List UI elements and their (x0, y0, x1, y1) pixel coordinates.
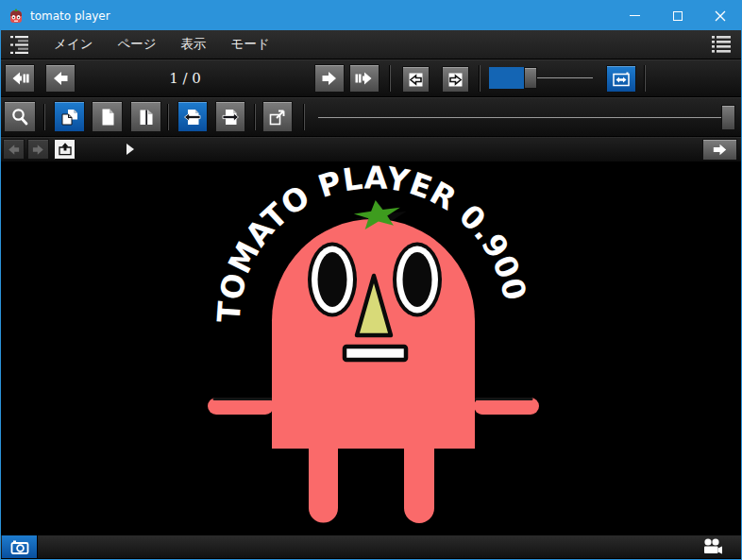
zoom-tool-button[interactable] (4, 101, 36, 132)
close-icon (715, 10, 726, 22)
menubar: メイン ページ 表示 モード (1, 30, 741, 59)
single-page-view-button[interactable] (92, 101, 123, 132)
folder-up-icon (58, 142, 73, 157)
viewer-canvas[interactable]: TOMATO PLAYER 0.900 (1, 162, 741, 535)
tomato-eye-left (308, 243, 357, 317)
separator (44, 104, 45, 130)
toolbar-navigation: 1 / 0 (1, 59, 741, 97)
skip-backward-button[interactable] (5, 64, 35, 93)
separator (480, 65, 481, 92)
jump-forward-button[interactable] (442, 66, 469, 93)
tomato-eye-right (393, 243, 442, 317)
fit-width-icon (612, 70, 631, 89)
prev-page-button[interactable] (45, 64, 76, 93)
page-arrow-right-icon (220, 107, 241, 127)
tomato-character: TOMATO PLAYER 0.900 (1, 162, 741, 535)
bullet-list-icon[interactable] (711, 35, 732, 54)
skip-backward-icon (10, 69, 29, 88)
next-file-icon (712, 143, 728, 157)
page-arrow-left-icon (182, 107, 203, 127)
zoom-slider-fill (489, 67, 524, 89)
separator (168, 104, 169, 130)
app-window: tomato player メイン ページ 表示 モード (0, 0, 742, 560)
history-back-icon (7, 143, 21, 157)
seek-slider-handle[interactable] (721, 105, 735, 130)
minimize-icon (630, 15, 640, 16)
two-page-view-button[interactable] (54, 101, 85, 132)
toolbar-file (1, 137, 741, 162)
next-file-button[interactable] (702, 139, 737, 161)
outline-menu-icon[interactable] (9, 34, 32, 55)
book-view-icon (136, 107, 157, 127)
arrow-right-icon (320, 69, 339, 88)
minimize-button[interactable] (614, 1, 656, 30)
zoom-slider-track[interactable] (537, 77, 593, 78)
zoom-slider-handle[interactable] (524, 67, 537, 89)
screenshot-button[interactable] (2, 535, 38, 558)
parent-folder-button[interactable] (54, 139, 76, 160)
expander-triangle[interactable] (126, 144, 134, 155)
separator (255, 104, 256, 130)
tomato-mouth (345, 347, 406, 360)
camera-icon (10, 537, 29, 556)
window-title: tomato player (30, 9, 110, 23)
resize-window-button[interactable] (262, 101, 293, 132)
maximize-icon (673, 11, 683, 21)
maximize-button[interactable] (656, 1, 699, 30)
skip-forward-button[interactable] (349, 64, 379, 93)
fit-width-button[interactable] (606, 65, 636, 93)
seek-slider-track[interactable] (318, 117, 724, 118)
next-page-button[interactable] (314, 64, 345, 93)
two-page-icon (59, 107, 80, 127)
menu-main[interactable]: メイン (42, 30, 105, 59)
direction-right-button[interactable] (215, 101, 245, 132)
arrow-left-icon (51, 69, 70, 88)
magnifier-icon (9, 107, 30, 127)
tomato-leg-right (404, 448, 434, 523)
history-forward-icon (31, 143, 45, 157)
statusbar (1, 535, 741, 558)
app-tomato-icon (8, 8, 24, 24)
single-page-icon (97, 107, 118, 127)
menu-mode[interactable]: モード (219, 30, 282, 59)
toolbar-view (1, 97, 741, 137)
jump-forward-icon (447, 71, 464, 89)
separator (304, 104, 305, 130)
titlebar[interactable]: tomato player (1, 1, 741, 30)
skip-forward-icon (355, 69, 374, 88)
movie-camera-icon[interactable] (702, 538, 723, 554)
separator (645, 65, 646, 92)
close-button[interactable] (699, 1, 741, 30)
book-view-button[interactable] (130, 101, 161, 132)
page-indicator: 1 / 0 (105, 59, 265, 97)
tomato-leg-left (309, 448, 338, 523)
direction-left-button[interactable] (177, 101, 208, 132)
jump-back-button[interactable] (402, 66, 430, 93)
separator (390, 65, 391, 92)
resize-icon (267, 107, 288, 127)
history-forward-button[interactable] (27, 139, 49, 160)
history-back-button[interactable] (3, 139, 25, 160)
jump-back-icon (407, 71, 425, 89)
menu-page[interactable]: ページ (105, 30, 168, 59)
menu-view[interactable]: 表示 (169, 30, 219, 59)
